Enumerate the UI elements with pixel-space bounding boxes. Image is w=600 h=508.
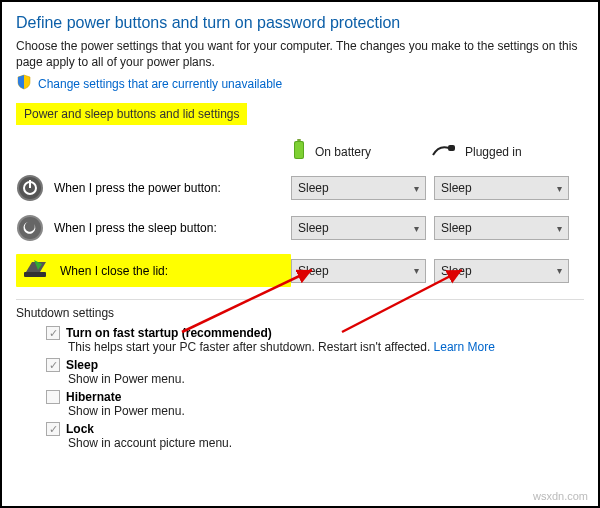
sleep-checkbox[interactable]: ✓ xyxy=(46,358,60,372)
lock-checkbox[interactable]: ✓ xyxy=(46,422,60,436)
sleep-on-battery-value: Sleep xyxy=(298,221,329,235)
watermark: wsxdn.com xyxy=(533,490,588,502)
power-on-battery-combo[interactable]: Sleep ▾ xyxy=(291,176,426,200)
col-battery-label: On battery xyxy=(315,145,371,159)
chevron-down-icon: ▾ xyxy=(557,183,562,194)
hibernate-opt-label: Hibernate xyxy=(66,390,121,404)
chevron-down-icon: ▾ xyxy=(414,223,419,234)
svg-point-9 xyxy=(19,217,41,239)
fast-startup-desc: This helps start your PC faster after sh… xyxy=(68,340,434,354)
sleep-button-icon xyxy=(16,214,44,242)
sleep-opt-desc: Show in Power menu. xyxy=(68,372,584,386)
chevron-down-icon: ▾ xyxy=(414,183,419,194)
sleep-plugged-value: Sleep xyxy=(441,221,472,235)
power-plugged-combo[interactable]: Sleep ▾ xyxy=(434,176,569,200)
power-plugged-value: Sleep xyxy=(441,181,472,195)
svg-rect-10 xyxy=(24,272,46,277)
change-settings-link[interactable]: Change settings that are currently unava… xyxy=(38,77,282,91)
lid-plugged-combo[interactable]: Sleep ▾ xyxy=(434,259,569,283)
lid-icon xyxy=(22,258,50,283)
power-on-battery-value: Sleep xyxy=(298,181,329,195)
section-header-power-sleep: Power and sleep buttons and lid settings xyxy=(16,103,247,125)
page-title: Define power buttons and turn on passwor… xyxy=(16,14,584,32)
fast-startup-checkbox[interactable]: ✓ xyxy=(46,326,60,340)
chevron-down-icon: ▾ xyxy=(557,223,562,234)
shield-icon xyxy=(16,74,32,93)
chevron-down-icon: ▾ xyxy=(414,265,419,276)
lid-on-battery-value: Sleep xyxy=(298,264,329,278)
sleep-plugged-combo[interactable]: Sleep ▾ xyxy=(434,216,569,240)
learn-more-link[interactable]: Learn More xyxy=(434,340,495,354)
sleep-on-battery-combo[interactable]: Sleep ▾ xyxy=(291,216,426,240)
row-power-label: When I press the power button: xyxy=(54,181,221,195)
separator xyxy=(16,299,584,300)
svg-rect-0 xyxy=(297,139,301,141)
battery-icon xyxy=(291,139,307,164)
svg-rect-3 xyxy=(448,145,455,151)
svg-rect-2 xyxy=(295,142,303,158)
plug-icon xyxy=(431,142,457,161)
hibernate-opt-desc: Show in Power menu. xyxy=(68,404,584,418)
lock-opt-desc: Show in account picture menu. xyxy=(68,436,584,450)
row-lid-label: When I close the lid: xyxy=(60,264,168,278)
intro-text: Choose the power settings that you want … xyxy=(16,38,584,70)
power-button-icon xyxy=(16,174,44,202)
hibernate-checkbox[interactable] xyxy=(46,390,60,404)
chevron-down-icon: ▾ xyxy=(557,265,562,276)
shutdown-header: Shutdown settings xyxy=(16,306,584,320)
col-plugged-label: Plugged in xyxy=(465,145,522,159)
sleep-opt-label: Sleep xyxy=(66,358,98,372)
fast-startup-label: Turn on fast startup (recommended) xyxy=(66,326,272,340)
lid-plugged-value: Sleep xyxy=(441,264,472,278)
lid-on-battery-combo[interactable]: Sleep ▾ xyxy=(291,259,426,283)
lock-opt-label: Lock xyxy=(66,422,94,436)
row-sleep-label: When I press the sleep button: xyxy=(54,221,217,235)
